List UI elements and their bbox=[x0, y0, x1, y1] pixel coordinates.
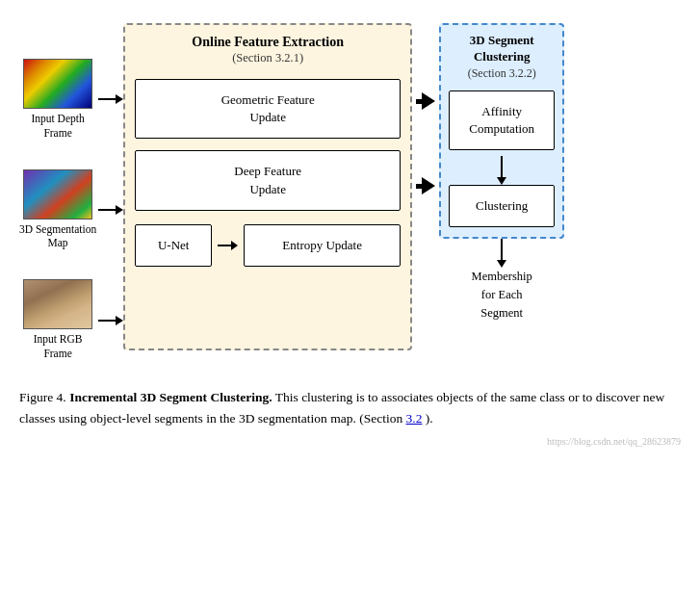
input-rgb-item: Input RGB Frame bbox=[23, 279, 92, 361]
clustering-box-subtitle: (Section 3.2.2) bbox=[468, 66, 536, 81]
input-seg-item: 3D Segmentation Map bbox=[19, 169, 96, 251]
caption: Figure 4. Incremental 3D Segment Cluster… bbox=[19, 387, 681, 430]
seg-label: 3D Segmentation Map bbox=[19, 222, 96, 251]
unet-to-entropy-arrow bbox=[218, 241, 238, 250]
clustering-outer-box: 3D Segment Clustering (Section 3.2.2) Af… bbox=[439, 23, 564, 239]
membership-label: Membership for Each Segment bbox=[472, 268, 532, 322]
geo-to-affinity-arrow bbox=[416, 92, 435, 110]
arrow-depth bbox=[98, 94, 123, 104]
deep-block: Deep FeatureUpdate bbox=[135, 150, 401, 210]
rgb-label: Input RGB Frame bbox=[34, 332, 83, 361]
seg-image bbox=[23, 169, 92, 220]
rgb-image bbox=[23, 279, 92, 329]
input-arrows bbox=[98, 46, 123, 374]
upper-feature-blocks: Geometric FeatureUpdate Deep FeatureUpda… bbox=[135, 79, 401, 211]
deep-to-affinity-arrow bbox=[416, 177, 435, 194]
clustering-box-title: 3D Segment Clustering bbox=[470, 33, 534, 65]
right-section: 3D Segment Clustering (Section 3.2.2) Af… bbox=[439, 23, 564, 323]
affinity-block: AffinityComputation bbox=[449, 90, 555, 150]
entropy-block: Entropy Update bbox=[244, 224, 401, 267]
unet-row: U-Net Entropy Update bbox=[135, 224, 401, 267]
depth-image bbox=[23, 59, 92, 109]
online-title: Online Feature Extraction bbox=[192, 35, 344, 50]
depth-label: Input Depth Frame bbox=[31, 112, 84, 141]
main-flow: Input Depth Frame 3D Segmentation Map In… bbox=[19, 15, 681, 374]
affinity-to-clustering-arrow bbox=[501, 156, 503, 177]
caption-end: ). bbox=[426, 411, 433, 426]
watermark: https://blog.csdn.net/qq_28623879 bbox=[19, 436, 681, 447]
diagram-container: Input Depth Frame 3D Segmentation Map In… bbox=[19, 15, 681, 447]
arrow-seg bbox=[98, 205, 123, 215]
caption-fig-label: Figure 4. bbox=[19, 390, 66, 404]
cluster-to-membership-arrow bbox=[501, 239, 503, 260]
between-connector bbox=[412, 23, 439, 350]
clustering-block: Clustering bbox=[449, 185, 555, 227]
online-feature-box: Online Feature Extraction (Section 3.2.1… bbox=[123, 23, 412, 350]
caption-bold: Incremental 3D Segment Clustering. bbox=[69, 390, 272, 404]
arrow-rgb bbox=[98, 316, 123, 325]
geometric-block: Geometric FeatureUpdate bbox=[135, 79, 401, 139]
online-subtitle: (Section 3.2.1) bbox=[232, 51, 303, 65]
inputs-column: Input Depth Frame 3D Segmentation Map In… bbox=[19, 46, 96, 374]
unet-block: U-Net bbox=[135, 224, 212, 267]
input-depth-item: Input Depth Frame bbox=[23, 59, 92, 141]
caption-link[interactable]: 3.2 bbox=[406, 411, 423, 426]
